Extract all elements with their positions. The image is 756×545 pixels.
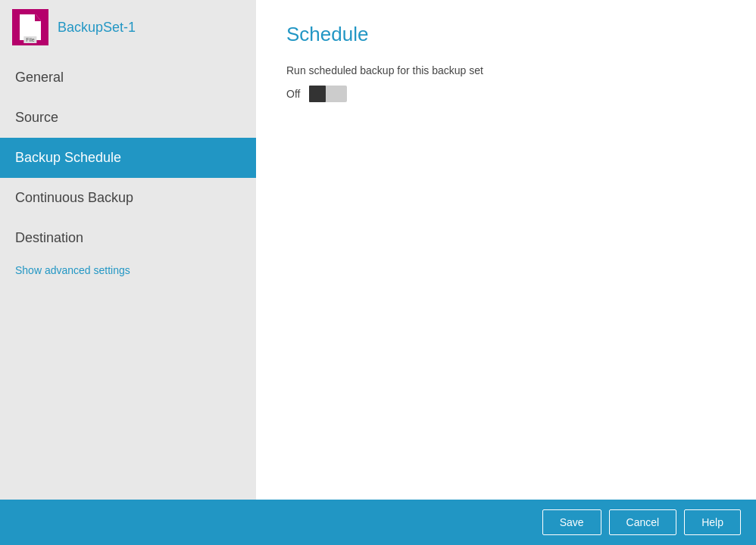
sidebar: File BackupSet-1 General Source Backup S…	[0, 0, 256, 500]
app-icon-label: File	[23, 36, 36, 43]
section-title: Schedule	[286, 23, 726, 46]
nav-list: General Source Backup Schedule Continuou…	[0, 58, 256, 258]
schedule-description: Run scheduled backup for this backup set	[286, 64, 726, 76]
footer: Save Cancel Help	[0, 500, 756, 545]
toggle-knob	[309, 86, 326, 102]
content-area: Schedule Run scheduled backup for this b…	[256, 0, 756, 500]
app-icon: File	[12, 9, 48, 45]
sidebar-item-destination[interactable]: Destination	[0, 218, 256, 258]
sidebar-item-general[interactable]: General	[0, 58, 256, 98]
sidebar-item-source[interactable]: Source	[0, 98, 256, 138]
toggle-label: Off	[286, 88, 300, 100]
schedule-toggle[interactable]	[309, 86, 347, 102]
main-container: File BackupSet-1 General Source Backup S…	[0, 0, 756, 500]
sidebar-item-backup-schedule[interactable]: Backup Schedule	[0, 138, 256, 178]
show-advanced-link[interactable]: Show advanced settings	[0, 258, 256, 282]
app-title: BackupSet-1	[58, 20, 136, 36]
cancel-button[interactable]: Cancel	[609, 509, 677, 535]
save-button[interactable]: Save	[542, 509, 601, 535]
sidebar-item-continuous-backup[interactable]: Continuous Backup	[0, 178, 256, 218]
help-button[interactable]: Help	[684, 509, 741, 535]
app-header: File BackupSet-1	[0, 0, 256, 54]
toggle-row: Off	[286, 86, 726, 102]
